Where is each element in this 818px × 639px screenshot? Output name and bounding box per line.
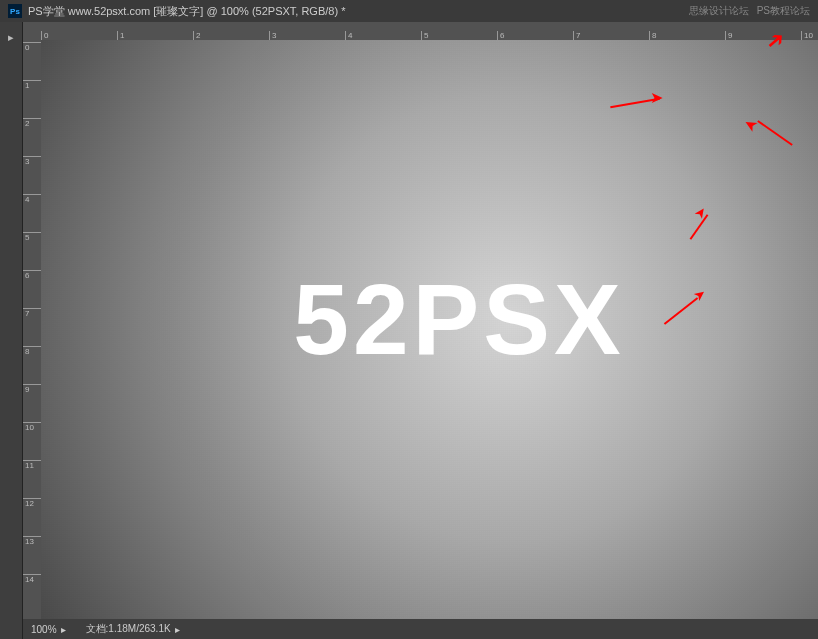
title-bar: Ps PS学堂 www.52psxt.com [璀璨文字] @ 100% (52… — [0, 0, 818, 22]
ruler-vertical: 01234567891011121314 — [23, 40, 41, 619]
doc-info: 文档:1.18M/263.1K — [86, 622, 171, 636]
app-icon: Ps — [8, 4, 22, 18]
zoom-level[interactable]: 100% — [31, 624, 57, 635]
status-bar: 100% ▸ 文档:1.18M/263.1K ▸ — [23, 619, 818, 639]
forum-label-1: 思缘设计论坛 — [689, 4, 749, 18]
ruler-horizontal: 012345678910 — [23, 22, 818, 40]
toolbar: ▸ — [0, 22, 23, 639]
document-title: PS学堂 www.52psxt.com [璀璨文字] @ 100% (52PSX… — [28, 4, 345, 19]
tool-arrow[interactable]: ▸ — [0, 27, 22, 47]
forum-label-2: PS教程论坛 — [757, 4, 810, 18]
canvas-text-layer: 52PSX — [293, 262, 624, 377]
canvas[interactable]: 52PSX — [41, 40, 818, 619]
